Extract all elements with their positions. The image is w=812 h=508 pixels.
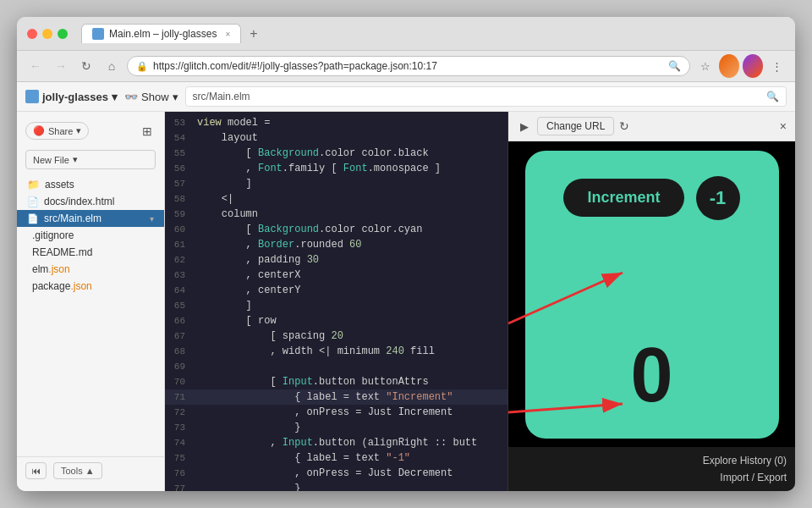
file-item-readme[interactable]: README.md: [17, 244, 164, 261]
line-59: 59 column: [165, 207, 508, 222]
tab-title: Main.elm – jolly-glasses: [109, 28, 217, 40]
line-75: 75 { label = text "-1": [165, 450, 508, 466]
close-preview-button[interactable]: ×: [780, 119, 787, 133]
explore-history-label: Explore History (0): [703, 455, 787, 467]
line-60: 60 [ Background.color color.cyan: [165, 222, 508, 237]
title-bar: Main.elm – jolly-glasses × +: [17, 17, 795, 51]
explore-history-button[interactable]: Explore History (0): [517, 452, 787, 469]
show-button[interactable]: 👓 Show ▾: [124, 91, 178, 103]
address-input[interactable]: [153, 60, 663, 72]
bookmarks-button[interactable]: ☆: [695, 56, 716, 76]
app-container: Increment -1 0: [525, 151, 779, 439]
new-file-button[interactable]: New File ▾: [25, 150, 156, 169]
folder-icon: 📁: [27, 179, 40, 190]
file-item-main[interactable]: 📄 src/Main.elm ▾: [17, 210, 164, 227]
app-toolbar: jolly-glasses ▾ 👓 Show ▾ 🔍: [17, 82, 795, 112]
refresh-preview-button[interactable]: ↻: [619, 119, 629, 133]
new-tab-button[interactable]: +: [244, 25, 262, 43]
preview-toggle-button[interactable]: ▶: [517, 119, 532, 135]
lock-icon: 🔒: [136, 61, 148, 72]
preview-header: ▶ Change URL ↻ ×: [508, 112, 795, 141]
file-item-index[interactable]: 📄 docs/index.html: [17, 193, 164, 210]
nav-bar: ← → ↻ ⌂ 🔒 🔍 ☆ ⋮: [17, 51, 795, 82]
line-73: 73 }: [165, 420, 508, 435]
change-url-label: Change URL: [546, 120, 605, 132]
main-content: 🔴 Share ▾ ⊞ New File ▾ 📁 assets 📄 docs/i…: [17, 112, 795, 491]
line-62: 62 , padding 30: [165, 252, 508, 268]
line-63: 63 , centerX: [165, 268, 508, 283]
file-name-index: docs/index.html: [44, 196, 114, 207]
traffic-lights: [27, 29, 68, 39]
preview-header-left: ▶ Change URL ↻: [517, 117, 629, 135]
share-label: Share: [48, 126, 73, 136]
line-53: 53 view model =: [165, 115, 508, 130]
forward-button[interactable]: →: [51, 56, 71, 76]
line-76: 76 , onPress = Just Decrement: [165, 466, 508, 481]
address-bar[interactable]: 🔒 🔍: [127, 56, 690, 76]
back-button[interactable]: ←: [25, 56, 46, 76]
rewind-button[interactable]: ⏮: [25, 462, 47, 479]
glasses-icon: 👓: [124, 91, 138, 103]
line-55: 55 [ Background.color color.black: [165, 146, 508, 161]
search-icon: 🔍: [668, 60, 681, 72]
file-item-elm-json[interactable]: elm.json: [17, 261, 164, 278]
decrement-button[interactable]: -1: [696, 176, 740, 220]
line-64: 64 , centerY: [165, 283, 508, 298]
browser-window: Main.elm – jolly-glasses × + ← → ↻ ⌂ 🔒 🔍…: [17, 17, 795, 491]
close-window-button[interactable]: [27, 29, 37, 39]
avatar-icon: [719, 54, 739, 78]
browser-menu-button[interactable]: [743, 56, 763, 76]
new-file-dropdown-icon: ▾: [73, 154, 78, 165]
sidebar-collapse-button[interactable]: ⊞: [139, 123, 156, 140]
share-button[interactable]: 🔴 Share ▾: [25, 122, 89, 140]
preview-app: Increment -1 0: [508, 141, 795, 447]
editor-content: 53 view model = 54 layout 55 [ Backgroun…: [165, 112, 508, 491]
line-70: 70 [ Input.button buttonAttrs: [165, 374, 508, 389]
preview-footer: Explore History (0) Import / Export: [508, 447, 795, 491]
editor-pane[interactable]: 53 view model = 54 layout 55 [ Backgroun…: [165, 112, 508, 491]
import-export-label: Import / Export: [720, 472, 787, 483]
sidebar-header: 🔴 Share ▾ ⊞: [17, 119, 164, 143]
counter-display: 0: [630, 337, 672, 413]
more-options-button[interactable]: ⋮: [766, 56, 787, 76]
close-tab-button[interactable]: ×: [225, 30, 230, 39]
tools-dropdown-icon: ▲: [85, 466, 95, 476]
active-tab[interactable]: Main.elm – jolly-glasses ×: [81, 24, 241, 43]
path-input[interactable]: [193, 91, 761, 102]
avatar2-icon: [743, 54, 763, 78]
sidebar-bottom: ⏮ Tools ▲: [17, 456, 164, 484]
project-button[interactable]: jolly-glasses ▾: [25, 90, 118, 103]
line-71: 71 { label = text "Increment": [165, 389, 508, 405]
reload-button[interactable]: ↻: [76, 56, 96, 76]
sidebar: 🔴 Share ▾ ⊞ New File ▾ 📁 assets 📄 docs/i…: [17, 112, 165, 491]
tools-button[interactable]: Tools ▲: [53, 462, 102, 479]
tab-area: Main.elm – jolly-glasses × +: [81, 24, 785, 43]
increment-button[interactable]: Increment: [563, 179, 683, 217]
minimize-window-button[interactable]: [42, 29, 52, 39]
file-name-readme: README.md: [32, 246, 92, 258]
line-54: 54 layout: [165, 130, 508, 146]
expand-icon: ▾: [150, 214, 154, 224]
file-item-assets[interactable]: 📁 assets: [17, 176, 164, 193]
line-66: 66 [ row: [165, 313, 508, 329]
nav-actions: ☆ ⋮: [695, 56, 787, 76]
show-dropdown-icon: ▾: [173, 91, 178, 103]
change-url-button[interactable]: Change URL: [537, 117, 614, 135]
browser-avatar-button[interactable]: [719, 56, 739, 76]
show-label: Show: [141, 91, 169, 103]
file-item-package-json[interactable]: package.json: [17, 278, 164, 295]
share-icon: 🔴: [33, 125, 45, 136]
maximize-window-button[interactable]: [58, 29, 68, 39]
home-button[interactable]: ⌂: [102, 56, 122, 76]
line-56: 56 , Font.family [ Font.monospace ]: [165, 161, 508, 176]
preview-pane: ▶ Change URL ↻ ×: [508, 112, 795, 491]
project-name: jolly-glasses: [42, 91, 108, 103]
increment-label: Increment: [587, 189, 660, 206]
import-export-button[interactable]: Import / Export: [517, 469, 787, 486]
line-61: 61 , Border.rounded 60: [165, 237, 508, 252]
line-67: 67 [ spacing 20: [165, 329, 508, 344]
file-tree: 📁 assets 📄 docs/index.html 📄 src/Main.el…: [17, 176, 164, 456]
file-item-gitignore[interactable]: .gitignore: [17, 227, 164, 244]
path-search[interactable]: 🔍: [185, 86, 787, 107]
tab-favicon: [92, 28, 104, 40]
